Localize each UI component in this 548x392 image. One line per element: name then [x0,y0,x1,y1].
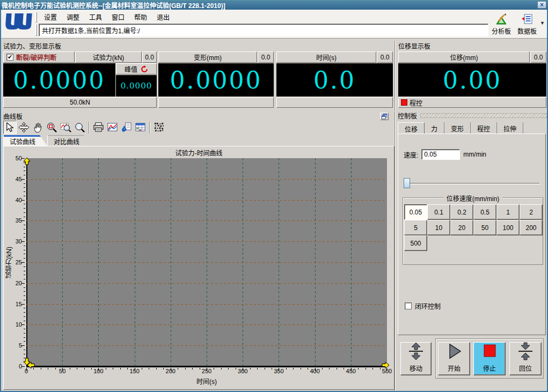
chart-area: 试验力-时间曲线 05101520253035404550 试验力(kN) 05… [3,146,394,390]
speed-preset-10[interactable]: 10 [427,220,450,235]
curve-tab-试验曲线[interactable]: 试验曲线 [3,135,47,146]
restore-window-icon [381,113,388,120]
closed-loop-check-box[interactable] [405,302,412,309]
speed-preset-200[interactable]: 200 [520,220,543,235]
menu-item-退出[interactable]: 退出 [152,11,174,23]
speed-preset-2[interactable]: 2 [520,204,543,220]
speed-preset-100[interactable]: 100 [496,220,520,235]
speed-preset-0.05[interactable]: 0.05 [404,204,427,220]
panel-divider [394,41,396,110]
data-panel-button[interactable]: 数据板 [514,13,540,36]
displacement-display: 0.00 [398,63,546,97]
status-text: 共打开数据1条,当前位置为1,编号:/ [42,26,140,35]
y-minor-tick [24,341,25,342]
zoom-box-icon[interactable] [45,121,59,134]
x-tick-label: 500 [382,368,392,374]
y-tick [21,324,25,325]
menu-item-调整[interactable]: 调整 [62,11,84,23]
stop-icon [481,342,498,363]
peak-reset-icon[interactable] [141,65,148,73]
menu-bar: 设置调整工具窗口帮助退出 [40,11,174,23]
y-minor-tick [24,208,25,209]
speed-preset-20[interactable]: 20 [450,220,473,235]
y-minor-tick [24,233,25,234]
x-tick-label: 50 [59,368,65,374]
move-icon[interactable] [17,121,31,134]
menu-item-工具[interactable]: 工具 [85,11,106,23]
zoom-curve-icon[interactable] [59,121,72,134]
close-button[interactable]: × [537,1,546,9]
y-axis-label: 试验力(kN) [4,247,13,278]
speed-preset-0.1[interactable]: 0.1 [427,204,450,220]
move-button[interactable]: 移动 [400,342,432,375]
curve-tab-对比曲线[interactable]: 对比曲线 [47,135,91,146]
speed-input[interactable] [421,149,460,160]
x-tick-label: 350 [274,368,283,374]
break-judge-check-glyph[interactable]: ✔ [6,54,13,61]
closed-loop-checkbox[interactable]: 闭环控制 [405,301,441,310]
control-tab-程控[interactable]: 程控 [471,122,497,134]
data-panel-icon [521,13,534,26]
control-tab-拉伸[interactable]: 拉伸 [497,122,523,134]
x-tick-label: 250 [202,368,211,374]
pan-hand-icon[interactable] [31,121,45,134]
curve-style-icon[interactable] [106,121,119,134]
speed-slider[interactable] [404,178,540,189]
menu-item-帮助[interactable]: 帮助 [130,11,151,23]
brand-logo-icon [3,11,33,36]
speed-preset-0.5[interactable]: 0.5 [473,204,496,220]
control-panel-title: 控制板 [398,111,417,120]
y-minor-tick [24,316,25,317]
data-panel-label: 数据板 [517,26,537,35]
float-panel-button[interactable] [380,113,389,120]
speed-preset-5[interactable]: 5 [404,220,427,235]
break-judge-label: 断裂/破碎判断 [16,53,56,62]
toolbar-grip [35,24,37,36]
control-tab-力[interactable]: 力 [425,122,444,134]
y-minor-tick [24,187,25,188]
control-tab-位移[interactable]: 位移 [398,122,425,134]
y-minor-tick [24,295,25,296]
speed-preset-50[interactable]: 50 [473,220,496,235]
y-minor-tick [24,237,25,238]
print-icon[interactable] [92,121,105,134]
toolbar-dropdown-arrow[interactable]: ▼ [540,20,545,26]
deform-display: 0.0000 [158,63,274,97]
matrix-icon[interactable] [152,121,166,134]
window-title: 微机控制电子万能试验机测控系统--[金属材料室温拉伸试验(GB/T 228.1-… [2,1,225,10]
speed-preset-500[interactable]: 500 [404,235,427,251]
y-minor-tick [24,254,25,254]
y-tick [21,179,25,180]
speed-preset-0.2[interactable]: 0.2 [450,204,473,220]
control-tab-变形[interactable]: 变形 [444,122,471,134]
break-judge-checkbox[interactable]: ✔ 断裂/破碎判断 [3,51,75,63]
h-gridline [26,345,387,346]
mode-indicator-icon [401,99,407,106]
magnifier-icon[interactable] [73,121,86,134]
y-tick [21,345,25,346]
slider-thumb[interactable] [404,178,410,188]
analysis-panel-button[interactable]: 分析板 [488,13,514,36]
cursor-icon[interactable] [3,121,17,134]
slider-track[interactable] [404,183,540,184]
speed-preset-1[interactable]: 1 [496,204,520,220]
curve-edit-icon[interactable] [120,121,133,134]
y-tick [21,283,25,284]
data-table-icon[interactable] [134,121,147,134]
start-button[interactable]: 开始 [438,342,470,375]
force-range: 50.0kN [3,97,157,108]
menu-item-设置[interactable]: 设置 [40,11,61,23]
y-minor-tick [24,267,25,267]
menu-item-窗口[interactable]: 窗口 [107,11,129,23]
toolbar: 设置调整工具窗口帮助退出 共打开数据1条,当前位置为1,编号:/ 分析板 数据板 [1,10,547,39]
y-minor-tick [24,275,25,275]
stop-button[interactable]: 停止 [473,342,506,375]
return-button[interactable]: 回位 [509,342,542,375]
y-tick [21,262,25,263]
status-field: 共打开数据1条,当前位置为1,编号:/ [39,24,488,36]
x-tick-label: 300 [238,368,247,374]
y-minor-tick [24,300,25,300]
plot-region[interactable] [26,158,387,366]
time-header: 时间(s) [276,51,376,63]
speed-button-grid: 0.050.10.20.5125102050100200500 [404,204,543,251]
